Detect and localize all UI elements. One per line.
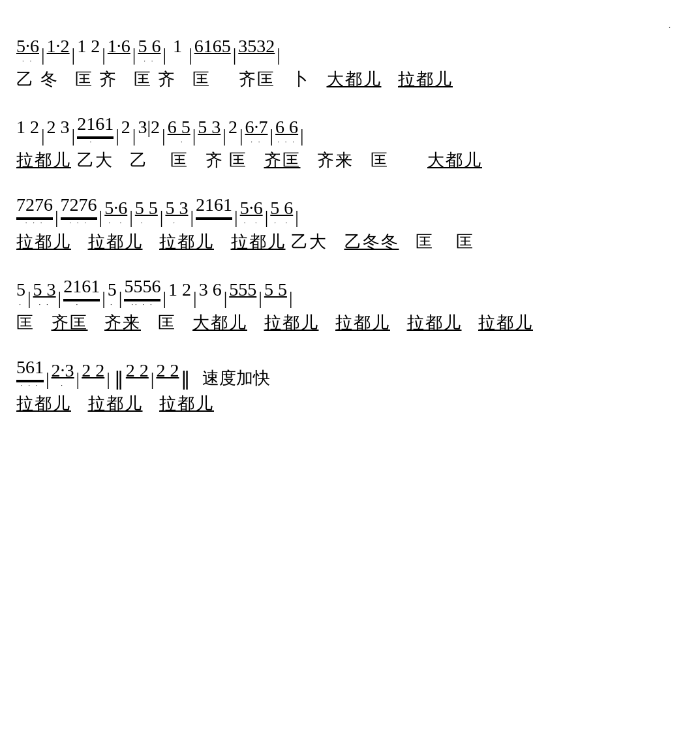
barline: | — [130, 125, 138, 146]
note-group: 2 3 — [47, 117, 70, 146]
note-group: 6 6 · · · — [275, 117, 298, 146]
note-group: 5·6 · · — [16, 36, 39, 65]
top-dot: · — [16, 23, 684, 33]
note-group: 1·6 — [108, 36, 130, 65]
double-barline: ‖ — [112, 367, 126, 390]
barline: | — [70, 125, 78, 146]
barline: | — [74, 369, 82, 390]
note-group: 5 · — [16, 279, 25, 309]
section-2: 1 2 | 2 3 | 2161 · | 2 | — [16, 114, 684, 172]
section-1: 5·6 · · | 1·2 | 1 2 | 1·6 | — [16, 36, 684, 91]
barline: | — [149, 369, 157, 390]
note-group: 3 6 — [199, 279, 222, 309]
lyrics-row-1: 乙 冬 匡 齐 匡 齐 匡 齐匡 卜 大都儿 拉都儿 — [16, 68, 684, 91]
note-group: 3|2 — [138, 117, 160, 146]
note-group: 2161 — [196, 194, 232, 227]
note-group: 2161 · — [63, 276, 100, 309]
barline: | — [160, 288, 168, 309]
barline: | — [188, 207, 196, 228]
lyrics-row-4: 匡 齐匡 齐来 匡 大都儿 拉都儿 拉都儿 拉都儿 拉都儿 — [16, 311, 684, 334]
barline: | — [221, 125, 228, 146]
lyrics-row-2: 拉都儿 乙大 乙 匡 齐 匡 齐匡 齐来 匡 大都儿 — [16, 149, 684, 172]
barline: | — [293, 207, 301, 228]
note-group: 3532 — [238, 36, 275, 65]
barline: | — [160, 44, 168, 65]
barline: | — [25, 288, 33, 309]
barline: | — [232, 207, 240, 228]
barline: | — [39, 125, 47, 146]
note-group: 6·7 · · — [245, 117, 267, 146]
barline: | — [158, 207, 166, 228]
note-group: 2 2 — [156, 360, 179, 390]
barline: | — [222, 288, 230, 309]
barline: | — [100, 44, 108, 65]
note-group: 5 6 · · — [138, 36, 160, 65]
note-group: 1·2 — [47, 36, 70, 65]
note-group: 5 3 · — [165, 198, 188, 227]
note-group: 2 — [228, 117, 237, 146]
barline: | — [190, 125, 198, 146]
note-group: 1 2 — [168, 279, 191, 309]
note-group: 5 · — [108, 279, 117, 309]
barline: | — [191, 288, 199, 309]
barline: | — [263, 207, 271, 228]
lyrics-row-5: 拉都儿 拉都儿 拉都儿 — [16, 392, 684, 415]
barline: | — [44, 369, 52, 390]
note-group: 2 2 — [126, 360, 149, 390]
note-group: 555 — [229, 279, 256, 309]
section-4: 5 · | 5 3 · · | 2161 · | 5 · | — [16, 276, 684, 334]
barline: | — [275, 44, 282, 65]
note-group: 6165 — [194, 36, 231, 65]
barline: | — [187, 44, 194, 65]
note-group: 2161 · — [77, 114, 114, 146]
note-group: 2 — [121, 117, 130, 146]
barline: | — [237, 125, 245, 146]
note-group: 5·6 · · — [240, 198, 263, 227]
barline: | — [117, 288, 125, 309]
note-group: 5556 ·· · · — [124, 276, 160, 309]
note-group: 5 3 · · — [33, 279, 56, 309]
barline: | — [114, 125, 121, 146]
score-page: · 5·6 · · | 1·2 | 1 2 | 1·6 — [7, 13, 693, 448]
note-group: 561 · · · — [16, 357, 44, 390]
barline: | — [256, 288, 264, 309]
note-group: 2 2 — [82, 360, 104, 390]
note-group: 2·3 · — [52, 360, 74, 390]
double-barline-end: ‖ — [179, 367, 192, 390]
barline: | — [287, 288, 295, 309]
section-5: 561 · · · | 2·3 · | 2 2 | ‖ 2 2 | — [16, 357, 684, 415]
barline: | — [298, 125, 306, 146]
speed-marking: 速度加快 — [202, 367, 270, 390]
barline: | — [104, 369, 112, 390]
barline: | — [53, 207, 61, 228]
barline: | — [70, 44, 78, 65]
note-group: 7276 · · · — [61, 194, 97, 227]
barline: | — [160, 125, 168, 146]
barline: | — [56, 288, 64, 309]
note-group: 1 2 — [77, 36, 100, 65]
note-group: 5 5 · — [135, 198, 158, 227]
barline: | — [231, 44, 239, 65]
barline: | — [267, 125, 275, 146]
note-group: 5·6 · · — [104, 198, 127, 227]
note-group: 1 — [168, 36, 187, 65]
note-group: 1 2 — [16, 117, 39, 146]
note-group: 7276 · · · — [16, 194, 53, 227]
barline: | — [100, 288, 108, 309]
barline: | — [97, 207, 105, 228]
section-3: 7276 · · · | 7276 · · · | 5·6 · · | 5 5 … — [16, 194, 684, 253]
note-group: 5 3 — [198, 117, 221, 146]
note-group: 6 5 · — [168, 117, 190, 146]
barline: | — [130, 44, 138, 65]
barline: | — [39, 44, 47, 65]
note-group: 5 5 — [264, 279, 287, 309]
lyrics-row-3: 拉都儿 拉都儿 拉都儿 拉都儿 乙大 乙冬冬 匡 匡 — [16, 230, 684, 253]
barline: | — [127, 207, 135, 228]
note-group: 5 6 · · — [270, 198, 293, 227]
